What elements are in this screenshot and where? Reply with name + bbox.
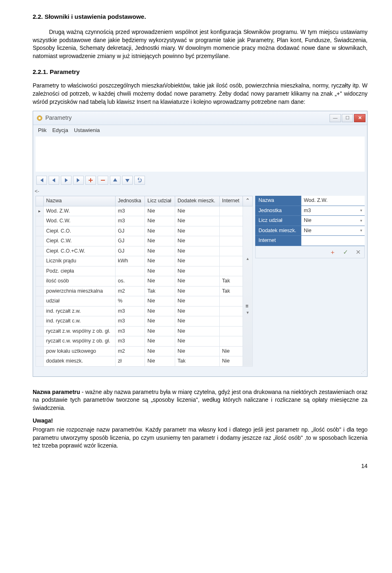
cell-internet — [219, 236, 243, 246]
table-row[interactable]: Ciepł. C.W.GJNieNie — [36, 236, 253, 246]
cell-internet — [219, 266, 243, 276]
cell-internet — [219, 206, 243, 216]
remove-button[interactable] — [98, 176, 108, 185]
form-buttons: ＋ ✓ ✕ — [255, 246, 365, 258]
parametry-window: Parametry — ☐ ✕ Plik Edycja Ustawienia <… — [33, 111, 368, 376]
menu-edycja[interactable]: Edycja — [52, 127, 68, 134]
last-button[interactable] — [73, 176, 84, 185]
next-button[interactable] — [61, 176, 71, 185]
cell-licz: Nie — [145, 276, 175, 286]
form-cancel-button[interactable]: ✕ — [356, 248, 361, 256]
col-nazwa[interactable]: Nazwa — [44, 196, 116, 206]
table-row[interactable]: Wod. C.W.m3NieNie — [36, 216, 253, 226]
col-internet[interactable]: Internet — [219, 196, 243, 206]
form-value[interactable]: Wod. Z.W. — [301, 196, 365, 206]
cell-nazwa: Wod. C.W. — [44, 216, 116, 226]
window-title: Parametry — [45, 114, 330, 122]
table-row[interactable]: Licznik prądukWhNieNie — [36, 256, 253, 266]
table-row[interactable]: udział%NieNie — [36, 296, 253, 307]
uwaga-label: Uwaga! — [33, 417, 368, 425]
form-value[interactable]: Nie▾ — [301, 216, 365, 226]
cell-jednostka: m2 — [115, 346, 145, 356]
cell-internet — [219, 326, 243, 336]
close-button[interactable]: ✕ — [354, 114, 365, 122]
dropdown-icon[interactable]: ▾ — [360, 208, 362, 213]
col-marker — [36, 196, 44, 206]
col-dodatek[interactable]: Dodatek mieszk. — [175, 196, 219, 206]
uwaga-paragraph: Program nie rozpoznaje nazw parametrów. … — [33, 426, 368, 450]
cell-jednostka: zł — [115, 356, 145, 367]
form-value[interactable]: Nie▾ — [301, 226, 365, 236]
form-row: Internet — [255, 236, 365, 246]
cell-nazwa: udział — [44, 296, 116, 307]
toolbar — [33, 174, 367, 187]
dropdown-icon[interactable]: ▾ — [360, 228, 362, 233]
menu-bar: Plik Edycja Ustawienia — [33, 125, 367, 137]
cell-internet: Nie — [219, 356, 243, 367]
col-licz-udzial[interactable]: Licz udział — [145, 196, 175, 206]
cell-dodatek: Nie — [175, 246, 219, 256]
row-marker — [36, 246, 44, 256]
minimize-button[interactable]: — — [330, 114, 341, 122]
cell-licz: Nie — [145, 336, 175, 347]
row-marker — [36, 226, 44, 236]
first-button[interactable] — [36, 176, 47, 185]
cell-internet — [219, 306, 243, 316]
menu-ustawienia[interactable]: Ustawienia — [74, 127, 100, 134]
row-marker — [36, 266, 44, 276]
menu-plik[interactable]: Plik — [38, 127, 47, 134]
table-row[interactable]: Ciepł. C.O.+C.W.GJNieNie — [36, 246, 253, 256]
form-value[interactable]: m3▾ — [301, 206, 365, 216]
table-row[interactable]: Ciepł. C.O.GJNieNie — [36, 226, 253, 236]
form-label: Jednostka — [255, 206, 301, 216]
row-marker — [36, 286, 44, 296]
table-row[interactable]: dodatek mieszk.złNieTakNie — [36, 356, 253, 367]
cell-jednostka: m3 — [115, 336, 145, 347]
cell-jednostka: m3 — [115, 316, 145, 327]
maximize-button[interactable]: ☐ — [342, 114, 353, 122]
cell-nazwa: Ciepł. C.O.+C.W. — [44, 246, 116, 256]
cell-jednostka: m3 — [115, 326, 145, 336]
cell-nazwa: powierzchnia mieszkalna — [44, 286, 116, 296]
resize-grip[interactable]: ⋰ — [33, 369, 367, 376]
add-button[interactable] — [85, 176, 96, 185]
cell-dodatek: Nie — [175, 306, 219, 316]
cell-dodatek: Nie — [175, 286, 219, 296]
table-row[interactable]: ilość osóbos.NieNieTak — [36, 276, 253, 286]
cell-licz: Tak — [145, 286, 175, 296]
table-row[interactable]: ryczałt z.w. wspólny z ob. gł.m3NieNie — [36, 326, 253, 336]
svg-point-1 — [39, 117, 41, 119]
table-row[interactable]: ▸Wod. Z.W.m3NieNie▲≡▼ — [36, 206, 253, 216]
row-marker — [36, 356, 44, 367]
cell-nazwa: ilość osób — [44, 276, 116, 286]
table-row[interactable]: ind. ryczałt c.w.m3NieNie — [36, 316, 253, 327]
cell-nazwa: ryczałt c.w. wspólny z ob. gł. — [44, 336, 116, 347]
dropdown-icon[interactable]: ▾ — [360, 218, 362, 224]
down-button[interactable] — [122, 176, 133, 185]
cell-nazwa: dodatek mieszk. — [44, 356, 116, 367]
cell-licz: Nie — [145, 206, 175, 216]
prev-button[interactable] — [49, 176, 59, 185]
cell-dodatek: Nie — [175, 236, 219, 246]
cell-dodatek: Nie — [175, 346, 219, 356]
form-ok-button[interactable]: ✓ — [343, 248, 348, 256]
table-row[interactable]: pow lokalu uztkowegom2NieNieNie — [36, 346, 253, 356]
cell-nazwa: Licznik prądu — [44, 256, 116, 266]
form-add-button[interactable]: ＋ — [330, 248, 336, 256]
cell-internet — [219, 336, 243, 347]
nazwa-parametru-paragraph: Nazwa parametru - ważne aby nazwa parame… — [33, 388, 368, 412]
scrollbar[interactable]: ▲≡▼ — [243, 206, 253, 366]
table-row[interactable]: ind. ryczałt z.w.m3NieNie — [36, 306, 253, 316]
up-button[interactable] — [110, 176, 120, 185]
form-label: Dodatek mieszk. — [255, 226, 301, 236]
form-value[interactable] — [301, 236, 365, 246]
cell-licz: Nie — [145, 316, 175, 327]
undo-button[interactable] — [134, 176, 145, 185]
row-marker — [36, 306, 44, 316]
table-row[interactable]: powierzchnia mieszkalnam2TakNieTak — [36, 286, 253, 296]
table-row[interactable]: Podz. ciepłaNieNie — [36, 266, 253, 276]
table-row[interactable]: ryczałt c.w. wspólny z ob. gł.m3NieNie — [36, 336, 253, 347]
page-number: 14 — [33, 462, 368, 470]
col-jednostka[interactable]: Jednostka — [115, 196, 145, 206]
row-marker — [36, 326, 44, 336]
